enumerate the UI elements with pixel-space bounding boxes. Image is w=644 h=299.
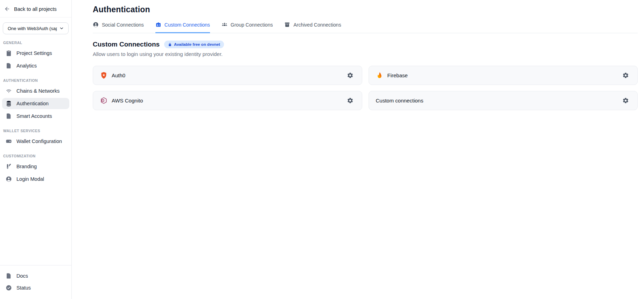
analytics-doc-icon [6,63,12,69]
section-label-authentication: AUTHENTICATION [0,72,71,85]
id-badge-icon [155,22,161,28]
tab-label: Group Connections [231,22,273,28]
auth0-logo-icon [100,72,107,79]
section-label-general: GENERAL [0,34,71,47]
check-circle-icon [6,285,12,291]
auth0-settings-button[interactable] [345,71,355,80]
sidebar-item-label: Analytics [16,63,37,69]
project-selector-dropdown[interactable]: One with Web3Auth (sap [3,22,69,34]
badge-label: Available free on devnet [174,42,220,47]
doc-icon [6,273,12,279]
card-auth0[interactable]: Auth0 [93,66,362,85]
sidebar-item-project-settings[interactable]: Project Settings [2,48,69,59]
sidebar-item-label: Branding [16,164,37,169]
sidebar-item-label: Docs [16,273,28,279]
gear-icon [347,97,354,104]
clipboard-icon [6,50,12,56]
arrow-left-icon [4,6,10,12]
main-content: Authentication Social Connections Custom… [72,0,644,299]
archive-icon [284,22,290,28]
sidebar-spacer [0,185,71,265]
sidebar-item-login-modal[interactable]: Login Modal [2,173,69,185]
sidebar-item-wallet-configuration[interactable]: Wallet Configuration [2,136,69,147]
project-selector-value: One with Web3Auth (sap [8,26,57,31]
sidebar-item-label: Chains & Networks [16,88,59,94]
back-link-label: Back to all projects [14,6,57,12]
sidebar-item-label: Smart Accounts [16,113,52,119]
aws-cognito-logo-icon [100,97,107,104]
section-subtitle: Allow users to login using your existing… [93,51,638,57]
chevron-down-icon [59,26,64,31]
card-label: Custom connections [376,98,424,104]
sidebar: Back to all projects One with Web3Auth (… [0,0,72,299]
tab-archived-connections[interactable]: Archived Connections [284,22,341,33]
section-label-customization: CUSTOMIZATION [0,148,71,160]
back-to-projects-link[interactable]: Back to all projects [0,0,71,17]
card-aws-cognito[interactable]: AWS Cognito [93,91,362,110]
sidebar-header-divider [0,17,71,17]
sidebar-item-analytics[interactable]: Analytics [2,60,69,71]
sidebar-item-smart-accounts[interactable]: Smart Accounts [2,111,69,122]
card-custom-connections[interactable]: Custom connections [369,91,638,110]
firebase-logo-icon [376,72,383,79]
tab-label: Social Connections [102,22,144,28]
sidebar-item-label: Project Settings [16,50,52,56]
wifi-icon [6,88,12,94]
card-label: Firebase [387,72,408,78]
sidebar-item-label: Login Modal [16,176,44,182]
sidebar-item-branding[interactable]: Branding [2,161,69,172]
sidebar-item-status[interactable]: Status [2,282,69,293]
connection-cards-grid: Auth0 Firebase [93,66,638,110]
file-icon [6,113,12,119]
wallet-icon [6,138,12,144]
user-circle-icon [6,176,12,182]
users-group-icon [222,22,227,28]
card-label: Auth0 [112,72,125,78]
section-title: Custom Connections [93,41,160,48]
sidebar-item-chains-networks[interactable]: Chains & Networks [2,85,69,97]
brush-icon [6,163,12,170]
database-icon [6,100,12,107]
lock-icon [168,43,172,47]
app-window: Back to all projects One with Web3Auth (… [0,0,644,299]
page-title: Authentication [93,5,638,14]
card-firebase[interactable]: Firebase [369,66,638,85]
tab-label: Archived Connections [293,22,341,28]
sidebar-item-docs[interactable]: Docs [2,270,69,282]
gear-icon [347,72,354,79]
section-header: Custom Connections Available free on dev… [93,41,638,48]
devnet-badge: Available free on devnet [164,41,224,48]
gear-icon [622,97,629,104]
sidebar-footer: Docs Status [0,265,71,299]
tab-social-connections[interactable]: Social Connections [93,22,144,33]
gear-icon [622,72,629,79]
custom-connections-settings-button[interactable] [621,96,630,105]
sidebar-item-label: Authentication [16,101,49,106]
tab-custom-connections[interactable]: Custom Connections [155,22,210,33]
sidebar-item-label: Status [16,285,31,291]
tab-group-connections[interactable]: Group Connections [222,22,273,33]
section-label-wallet-services: WALLET SERVICES [0,122,71,135]
aws-cognito-settings-button[interactable] [345,96,355,105]
tab-bar: Social Connections Custom Connections Gr… [93,22,638,33]
card-label: AWS Cognito [112,98,143,104]
sidebar-item-label: Wallet Configuration [16,138,62,144]
firebase-settings-button[interactable] [621,71,630,80]
tab-label: Custom Connections [164,22,210,28]
sidebar-item-authentication[interactable]: Authentication [2,98,69,109]
user-circle-icon [93,22,99,28]
